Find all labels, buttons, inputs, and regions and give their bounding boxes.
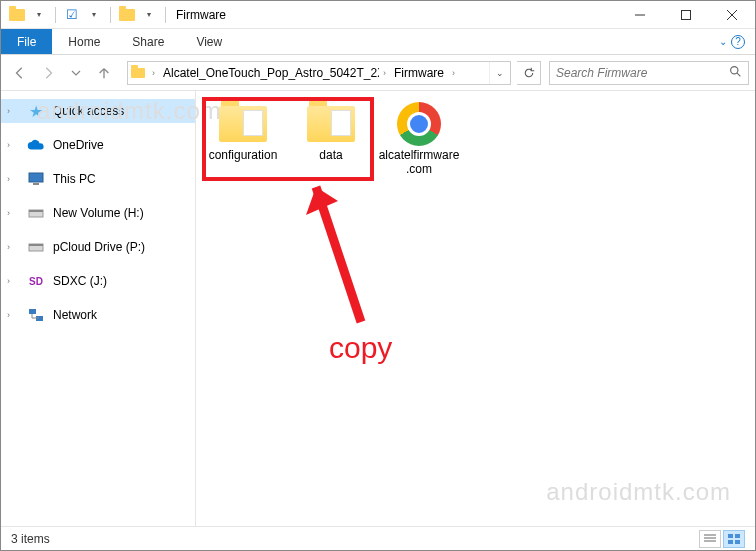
sidebar-item-onedrive[interactable]: › OneDrive: [1, 133, 195, 157]
chevron-right-icon[interactable]: ›: [7, 208, 17, 218]
chevron-right-icon[interactable]: ›: [7, 276, 17, 286]
svg-rect-1: [682, 10, 691, 19]
close-button[interactable]: [709, 1, 755, 29]
ribbon-collapse[interactable]: ⌄?: [709, 29, 755, 54]
sidebar-item-drive-j[interactable]: › SD SDXC (J:): [1, 269, 195, 293]
item-label: data: [319, 149, 342, 163]
chevron-right-icon[interactable]: ›: [7, 174, 17, 184]
address-folder-icon: [128, 68, 148, 78]
breadcrumb-segment[interactable]: Alcatel_OneTouch_Pop_Astro_5042T_2X...: [159, 66, 379, 80]
annotation-label: copy: [329, 331, 392, 365]
sidebar-item-quick-access[interactable]: › ★ Quick access: [1, 99, 195, 123]
window-title: Firmware: [176, 8, 226, 22]
annotation-arrow-icon: [306, 177, 386, 337]
qat-caret-icon[interactable]: ▾: [29, 5, 49, 25]
drive-icon: [27, 238, 45, 256]
svg-rect-12: [29, 309, 36, 314]
address-dropdown[interactable]: ⌄: [489, 62, 510, 84]
sidebar-item-label: SDXC (J:): [53, 274, 107, 288]
item-list: configuration data alcatelfirmware.com: [202, 101, 749, 177]
folder-icon: [215, 101, 271, 147]
share-tab[interactable]: Share: [116, 29, 180, 54]
minimize-button[interactable]: [617, 1, 663, 29]
chevron-right-icon[interactable]: ›: [7, 310, 17, 320]
view-tab[interactable]: View: [180, 29, 238, 54]
ribbon: File Home Share View ⌄?: [1, 29, 755, 55]
url-item[interactable]: alcatelfirmware.com: [378, 101, 460, 177]
sidebar-item-label: Network: [53, 308, 97, 322]
item-label: alcatelfirmware.com: [378, 149, 460, 177]
chevron-right-icon[interactable]: ›: [7, 106, 17, 116]
chrome-icon: [391, 101, 447, 147]
qat-caret-icon[interactable]: ▾: [139, 5, 159, 25]
svg-line-16: [316, 187, 361, 322]
recent-dropdown[interactable]: [63, 60, 89, 86]
svg-marker-17: [306, 187, 338, 215]
qat-separator: [110, 7, 111, 23]
network-icon: [27, 306, 45, 324]
maximize-button[interactable]: [663, 1, 709, 29]
sidebar-item-label: OneDrive: [53, 138, 104, 152]
svg-rect-11: [29, 244, 43, 246]
chevron-down-icon: ⌄: [719, 36, 727, 47]
sidebar-item-label: This PC: [53, 172, 96, 186]
back-button[interactable]: [7, 60, 33, 86]
details-view-button[interactable]: [699, 530, 721, 548]
qat-separator: [165, 7, 166, 23]
svg-line-5: [737, 73, 740, 76]
sidebar-item-network[interactable]: › Network: [1, 303, 195, 327]
chevron-right-icon[interactable]: ›: [448, 68, 459, 78]
qat-separator: [55, 7, 56, 23]
item-label: configuration: [209, 149, 278, 163]
icons-view-button[interactable]: [723, 530, 745, 548]
address-bar[interactable]: › Alcatel_OneTouch_Pop_Astro_5042T_2X...…: [127, 61, 511, 85]
chevron-right-icon[interactable]: ›: [148, 68, 159, 78]
drive-icon: [27, 204, 45, 222]
status-bar: 3 items: [1, 526, 755, 550]
svg-rect-9: [29, 210, 43, 212]
sidebar-item-label: pCloud Drive (P:): [53, 240, 145, 254]
folder-item[interactable]: data: [290, 101, 372, 177]
window-controls: [617, 1, 755, 29]
sidebar-item-drive-p[interactable]: › pCloud Drive (P:): [1, 235, 195, 259]
navigation-pane: androidmtk.com › ★ Quick access › OneDri…: [1, 91, 196, 526]
search-box[interactable]: [549, 61, 749, 85]
chevron-right-icon[interactable]: ›: [379, 68, 390, 78]
chevron-right-icon[interactable]: ›: [7, 242, 17, 252]
help-icon[interactable]: ?: [731, 35, 745, 49]
sidebar-item-label: Quick access: [53, 104, 124, 118]
svg-rect-24: [735, 540, 740, 544]
svg-rect-7: [33, 183, 39, 185]
sd-card-icon: SD: [27, 272, 45, 290]
qat-caret-icon[interactable]: ▾: [84, 5, 104, 25]
star-icon: ★: [27, 102, 45, 120]
qat-properties-icon[interactable]: ☑: [62, 5, 82, 25]
titlebar: ▾ ☑ ▾ ▾ Firmware: [1, 1, 755, 29]
main-area: androidmtk.com › ★ Quick access › OneDri…: [1, 91, 755, 526]
folder-item[interactable]: configuration: [202, 101, 284, 177]
svg-rect-21: [728, 534, 733, 538]
navbar: › Alcatel_OneTouch_Pop_Astro_5042T_2X...…: [1, 55, 755, 91]
search-input[interactable]: [556, 66, 729, 80]
watermark: androidmtk.com: [546, 478, 731, 506]
home-tab[interactable]: Home: [52, 29, 116, 54]
sidebar-item-drive-h[interactable]: › New Volume (H:): [1, 201, 195, 225]
chevron-right-icon[interactable]: ›: [7, 140, 17, 150]
quick-access-toolbar: ▾ ☑ ▾ ▾: [1, 5, 170, 25]
search-icon[interactable]: [729, 65, 742, 81]
sidebar-item-label: New Volume (H:): [53, 206, 144, 220]
forward-button[interactable]: [35, 60, 61, 86]
breadcrumb-segment[interactable]: Firmware: [390, 66, 448, 80]
monitor-icon: [27, 170, 45, 188]
folder-icon: [303, 101, 359, 147]
content-pane[interactable]: configuration data alcatelfirmware.com c…: [196, 91, 755, 526]
svg-rect-23: [728, 540, 733, 544]
refresh-button[interactable]: [517, 61, 541, 85]
svg-rect-22: [735, 534, 740, 538]
status-item-count: 3 items: [11, 532, 50, 546]
svg-point-4: [731, 66, 738, 73]
up-button[interactable]: [91, 60, 117, 86]
sidebar-item-this-pc[interactable]: › This PC: [1, 167, 195, 191]
file-tab[interactable]: File: [1, 29, 52, 54]
svg-rect-6: [29, 173, 43, 182]
